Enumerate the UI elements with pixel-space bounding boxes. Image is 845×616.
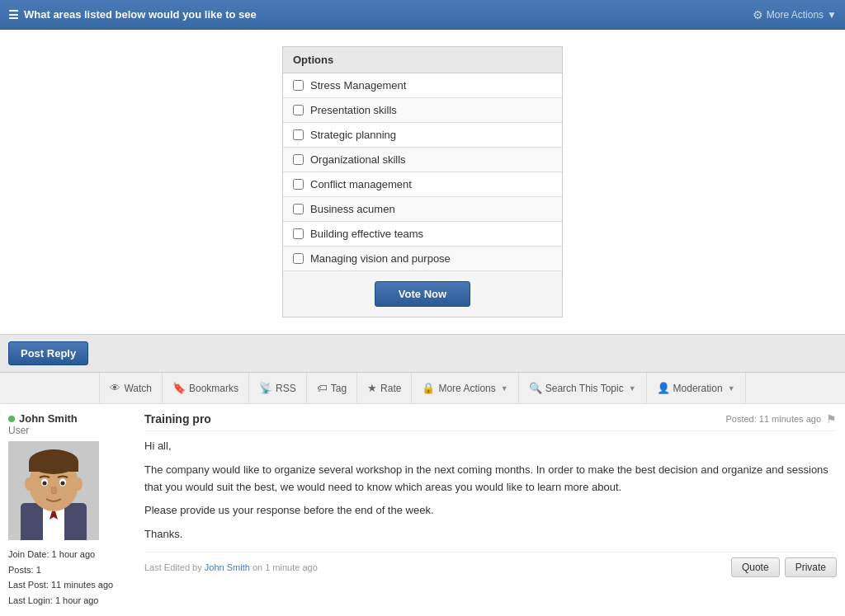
report-icon[interactable]: ⚑ bbox=[826, 412, 837, 426]
top-bar: ☰ What areas listed below would you like… bbox=[0, 0, 845, 30]
poll-option-2[interactable]: Presentation skills bbox=[283, 98, 562, 123]
top-bar-more-actions[interactable]: ⚙ More Actions ▼ bbox=[753, 8, 837, 21]
svg-rect-7 bbox=[29, 462, 78, 472]
person-icon: 👤 bbox=[657, 382, 670, 394]
toolbar-more-actions-label: More Actions bbox=[438, 383, 495, 394]
post-actions: Quote Private bbox=[731, 557, 837, 577]
last-login-value: 1 hour ago bbox=[55, 595, 99, 605]
toolbar-watch[interactable]: 👁 Watch bbox=[99, 373, 163, 404]
post-reply-button[interactable]: Post Reply bbox=[8, 341, 88, 365]
poll-checkbox-4[interactable] bbox=[293, 154, 304, 165]
toolbar-rss[interactable]: 📡 RSS bbox=[249, 373, 307, 404]
poll-section: Options Stress Management Presentation s… bbox=[0, 30, 845, 334]
poll-option-5[interactable]: Conflict management bbox=[283, 172, 562, 197]
last-login-label: Last Login: bbox=[8, 595, 53, 605]
posts-value: 1 bbox=[36, 565, 41, 575]
post-line2: The company would like to organize sever… bbox=[144, 462, 837, 496]
post-body: Hi all, The company would like to organi… bbox=[144, 438, 837, 543]
join-date-value: 1 hour ago bbox=[52, 549, 96, 559]
on-label: on bbox=[253, 562, 262, 572]
chevron-down-icon-2: ▼ bbox=[629, 384, 636, 393]
posts-label: Posts: bbox=[8, 565, 34, 575]
post-reply-bar: Post Reply bbox=[0, 334, 845, 373]
edited-by-link[interactable]: John Smith bbox=[205, 562, 250, 572]
poll-option-4[interactable]: Organizational skills bbox=[283, 148, 562, 172]
toolbar-more-actions[interactable]: 🔒 More Actions ▼ bbox=[412, 373, 518, 404]
poll-checkbox-1[interactable] bbox=[293, 80, 304, 91]
action-toolbar: 👁 Watch 🔖 Bookmarks 📡 RSS 🏷 Tag ★ Rate 🔒… bbox=[0, 373, 845, 404]
posts-row: Posts: 1 bbox=[8, 562, 136, 578]
post-line3: Please provide us your response before t… bbox=[144, 502, 837, 520]
svg-point-10 bbox=[43, 482, 47, 486]
toolbar-rate-label: Rate bbox=[380, 383, 401, 394]
toolbar-rate[interactable]: ★ Rate bbox=[357, 373, 412, 404]
post-content: Training pro Posted: 11 minutes ago ⚑ Hi… bbox=[144, 412, 837, 577]
poll-option-label-7: Building effective teams bbox=[310, 228, 423, 240]
poll-option-label-5: Conflict management bbox=[310, 178, 412, 190]
svg-point-12 bbox=[25, 477, 33, 491]
poll-option-1[interactable]: Stress Management bbox=[283, 73, 562, 98]
tag-icon: 🏷 bbox=[317, 382, 328, 394]
post-title: Training pro bbox=[144, 412, 211, 426]
chevron-down-icon: ▼ bbox=[827, 9, 837, 21]
post-footer: Last Edited by John Smith on 1 minute ag… bbox=[144, 552, 837, 577]
topic-title-bar: ☰ What areas listed below would you like… bbox=[8, 8, 257, 21]
poll-option-8[interactable]: Managing vision and purpose bbox=[283, 247, 562, 271]
svg-point-11 bbox=[61, 482, 65, 486]
post-line4: Thanks. bbox=[144, 526, 837, 543]
poll-header: Options bbox=[283, 47, 562, 73]
edited-time: 1 minute ago bbox=[265, 562, 318, 572]
poll-checkbox-7[interactable] bbox=[293, 228, 304, 239]
toolbar-tag[interactable]: 🏷 Tag bbox=[307, 373, 357, 404]
poll-option-label-3: Strategic planning bbox=[310, 129, 396, 141]
quote-button[interactable]: Quote bbox=[731, 557, 780, 577]
topic-title: What areas listed below would you like t… bbox=[24, 8, 257, 21]
user-display-name: John Smith bbox=[19, 412, 78, 425]
poll-checkbox-3[interactable] bbox=[293, 129, 304, 140]
toolbar-search-topic[interactable]: 🔍 Search This Topic ▼ bbox=[519, 373, 647, 404]
last-post-row: Last Post: 11 minutes ago bbox=[8, 577, 136, 593]
eye-icon: 👁 bbox=[110, 382, 120, 394]
poll-option-7[interactable]: Building effective teams bbox=[283, 222, 562, 247]
poll-option-label-2: Presentation skills bbox=[310, 104, 397, 116]
poll-checkbox-5[interactable] bbox=[293, 179, 304, 190]
poll-checkbox-8[interactable] bbox=[293, 253, 304, 264]
gear-icon: ⚙ bbox=[753, 8, 763, 21]
toolbar-moderation[interactable]: 👤 Moderation ▼ bbox=[647, 373, 746, 404]
toolbar-bookmarks[interactable]: 🔖 Bookmarks bbox=[163, 373, 249, 404]
avatar bbox=[8, 441, 99, 540]
poll-checkbox-2[interactable] bbox=[293, 105, 304, 115]
post-edited-notice: Last Edited by John Smith on 1 minute ag… bbox=[144, 562, 318, 572]
chevron-down-icon: ▼ bbox=[501, 384, 508, 393]
poll-footer: Vote Now bbox=[283, 271, 562, 317]
avatar-image bbox=[8, 441, 99, 540]
poll-option-label-1: Stress Management bbox=[310, 79, 406, 92]
poll-box: Options Stress Management Presentation s… bbox=[282, 46, 563, 317]
post-line1: Hi all, bbox=[144, 438, 837, 455]
top-bar-more-actions-label: More Actions bbox=[767, 9, 824, 21]
search-icon: 🔍 bbox=[529, 382, 542, 394]
post-meta: Posted: 11 minutes ago ⚑ bbox=[725, 412, 837, 426]
poll-option-6[interactable]: Business acumen bbox=[283, 197, 562, 222]
user-sidebar: John Smith User bbox=[8, 412, 136, 609]
user-meta: Join Date: 1 hour ago Posts: 1 Last Post… bbox=[8, 547, 136, 609]
post-time: Posted: 11 minutes ago bbox=[725, 414, 821, 424]
poll-option-label-6: Business acumen bbox=[310, 203, 395, 215]
last-post-label: Last Post: bbox=[8, 580, 49, 590]
user-role: User bbox=[8, 425, 136, 436]
list-icon: ☰ bbox=[8, 8, 19, 21]
toolbar-search-topic-label: Search This Topic bbox=[545, 383, 624, 394]
lock-icon: 🔒 bbox=[422, 382, 435, 394]
poll-option-3[interactable]: Strategic planning bbox=[283, 123, 562, 148]
last-login-row: Last Login: 1 hour ago bbox=[8, 593, 136, 609]
join-date-row: Join Date: 1 hour ago bbox=[8, 547, 136, 562]
join-date-label: Join Date: bbox=[8, 549, 50, 559]
rss-icon: 📡 bbox=[259, 382, 272, 394]
poll-checkbox-6[interactable] bbox=[293, 204, 304, 214]
toolbar-moderation-label: Moderation bbox=[673, 383, 723, 394]
online-status-indicator bbox=[8, 416, 15, 422]
private-button[interactable]: Private bbox=[785, 557, 837, 577]
vote-now-button[interactable]: Vote Now bbox=[375, 281, 470, 307]
post-row: John Smith User bbox=[8, 412, 837, 609]
last-post-value: 11 minutes ago bbox=[51, 580, 113, 590]
